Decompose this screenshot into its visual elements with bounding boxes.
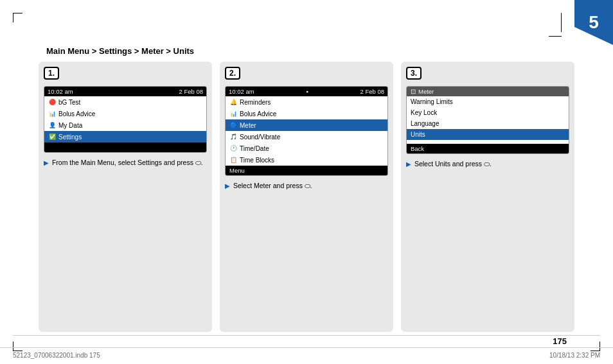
device-screen-1: 10:02 am 2 Feb 08 🔴 bG Test 📊 Bolus Advi… [44, 86, 207, 153]
menu-item-settings: ✅ Settings [44, 131, 206, 143]
bolus-2-label: Bolus Advice [240, 110, 276, 117]
time-2: 10:02 am [229, 88, 254, 95]
device-screen-3: ⊡ Meter Warning Limits Key Lock Language… [406, 86, 569, 154]
mydata-icon: 👤 [48, 121, 56, 129]
timeblocks-label: Time Blocks [240, 157, 274, 164]
language-label: Language [411, 120, 440, 127]
menu-item-mydata: 👤 My Data [44, 119, 206, 131]
instruction-text-3: Select Units and press [414, 160, 484, 168]
menu-item-keylock: Key Lock [407, 107, 569, 118]
device-bottom-2: Menu [226, 166, 387, 175]
bolus-1-label: Bolus Advice [58, 110, 95, 117]
footer-right: 10/18/13 2:32 PM [549, 352, 600, 359]
keylock-label: Key Lock [411, 109, 437, 116]
decoration-hdash [549, 36, 562, 37]
bg-test-label: bG Test [58, 99, 80, 106]
date-1: 2 Feb 08 [179, 88, 204, 95]
step-badge-3: 3. [406, 67, 422, 80]
date-2: 2 Feb 08 [360, 88, 385, 95]
meter-section-header: ⊡ Meter [407, 87, 569, 96]
menu-list-1: 🔴 bG Test 📊 Bolus Advice 👤 My Data ✅ Set… [44, 96, 206, 143]
signal-2: ▪ [306, 88, 308, 95]
breadcrumb: Main Menu > Settings > Meter > Units [46, 46, 194, 56]
step-panel-3: 3. ⊡ Meter Warning Limits Key Lock Langu… [401, 62, 574, 332]
units-label: Units [411, 131, 425, 138]
instruction-3: ▶ Select Units and press ⬭. [406, 158, 569, 170]
reminders-icon: 🔔 [229, 98, 237, 106]
menu-item-reminders: 🔔 Reminders [226, 96, 387, 108]
time-1: 10:02 am [48, 88, 73, 95]
button-symbol-3: ⬭ [484, 160, 490, 168]
menu-item-units: Units [407, 129, 569, 140]
button-symbol-2: ⬭ [305, 182, 310, 189]
decoration-vline [561, 13, 562, 32]
chapter-tab: 5 [574, 0, 613, 45]
arrow-1: ▶ [44, 159, 49, 166]
menu-item-language: Language [407, 118, 569, 129]
reminders-label: Reminders [240, 99, 271, 106]
step-panel-2: 2. 10:02 am ▪ 2 Feb 08 🔔 Reminders 📊 Bol… [220, 62, 393, 332]
step-badge-2: 2. [225, 67, 240, 80]
menu-item-bolus-2: 📊 Bolus Advice [226, 108, 387, 119]
instruction-1: ▶ From the Main Menu, select Settings an… [44, 157, 207, 169]
settings-label: Settings [58, 134, 82, 141]
menu-item-bolus-1: 📊 Bolus Advice [44, 108, 206, 119]
meter-label: Meter [240, 122, 256, 129]
bolus-2-icon: 📊 [229, 110, 237, 117]
mydata-label: My Data [58, 122, 82, 129]
instruction-text-1: From the Main Menu, select Settings and … [52, 159, 195, 166]
arrow-3: ▶ [406, 160, 411, 168]
corner-mark-tl [13, 13, 22, 22]
step-badge-1: 1. [44, 67, 59, 80]
warning-label: Warning Limits [411, 98, 453, 105]
bolus-1-icon: 📊 [48, 110, 56, 117]
meter-icon: 🔵 [229, 121, 237, 129]
menu-list-3: Warning Limits Key Lock Language Units [407, 96, 569, 140]
meter-header-label: Meter [418, 88, 434, 95]
footer-left: 52123_07006322001.indb 175 [13, 352, 100, 359]
sound-icon: 🎵 [229, 133, 237, 141]
menu-item-sound: 🎵 Sound/Vibrate [226, 131, 387, 143]
instruction-text-2: Select Meter and press [233, 182, 305, 189]
chapter-number: 5 [589, 12, 599, 33]
step-panel-1: 1. 10:02 am 2 Feb 08 🔴 bG Test 📊 Bolus A… [39, 62, 212, 332]
page-number: 175 [553, 336, 567, 346]
menu-item-bg-test: 🔴 bG Test [44, 96, 206, 108]
timedate-label: Time/Date [240, 145, 269, 152]
main-content: 1. 10:02 am 2 Feb 08 🔴 bG Test 📊 Bolus A… [39, 62, 574, 332]
device-screen-2: 10:02 am ▪ 2 Feb 08 🔔 Reminders 📊 Bolus … [225, 86, 388, 176]
instruction-2: ▶ Select Meter and press ⬭. [225, 180, 388, 192]
status-bar-2: 10:02 am ▪ 2 Feb 08 [226, 87, 387, 96]
menu-list-2: 🔔 Reminders 📊 Bolus Advice 🔵 Meter 🎵 Sou… [226, 96, 387, 166]
status-bar-1: 10:02 am 2 Feb 08 [44, 87, 206, 96]
page-footer: 52123_07006322001.indb 175 10/18/13 2:32… [0, 347, 613, 359]
bottom-separator [13, 335, 600, 336]
bg-test-icon: 🔴 [48, 98, 56, 106]
menu-item-timeblocks: 📋 Time Blocks [226, 154, 387, 166]
arrow-2: ▶ [225, 182, 230, 189]
timeblocks-icon: 📋 [229, 156, 237, 164]
sound-label: Sound/Vibrate [240, 134, 280, 141]
device-bottom-3: Back [407, 144, 569, 153]
button-symbol-1: ⬭ [195, 159, 201, 166]
menu-item-warning: Warning Limits [407, 96, 569, 107]
settings-icon: ✅ [48, 133, 56, 141]
menu-item-meter: 🔵 Meter [226, 119, 387, 131]
meter-header-icon: ⊡ [411, 88, 416, 95]
timedate-icon: 🕐 [229, 144, 237, 152]
device-bottom-1 [44, 143, 206, 152]
menu-item-timedate: 🕐 Time/Date [226, 143, 387, 154]
